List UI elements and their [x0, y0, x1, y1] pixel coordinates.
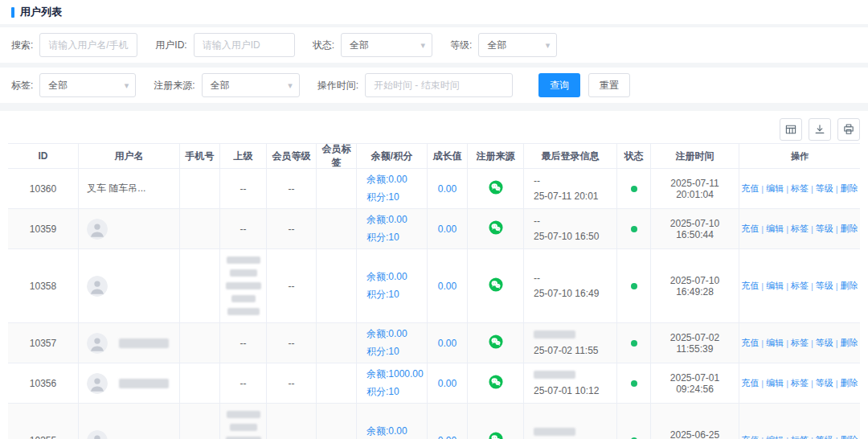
action-link[interactable]: 充值: [741, 434, 759, 439]
table-columns-button[interactable]: [780, 118, 802, 141]
balance: 余额:0.00: [366, 327, 407, 341]
action-separator: |: [761, 224, 764, 234]
upline: --: [240, 183, 247, 195]
username: 叉车 随车吊...: [87, 182, 145, 195]
action-link[interactable]: 编辑: [766, 337, 784, 349]
action-separator: |: [836, 224, 838, 234]
action-link[interactable]: 等级: [816, 337, 833, 349]
action-link[interactable]: 删除: [841, 223, 858, 235]
print-icon: [842, 123, 855, 136]
action-link[interactable]: 编辑: [766, 183, 784, 195]
action-link[interactable]: 编辑: [766, 223, 784, 235]
action-separator: |: [836, 281, 838, 291]
print-button[interactable]: [837, 118, 860, 141]
action-separator: |: [811, 338, 813, 348]
header-cell-actions: 操作: [739, 144, 860, 168]
action-link[interactable]: 删除: [841, 183, 858, 195]
masked-upline: [226, 256, 261, 315]
growth-value: 0.00: [438, 435, 457, 439]
masked-upline: [226, 411, 261, 439]
query-button[interactable]: 查询: [538, 73, 580, 97]
action-link[interactable]: 等级: [816, 183, 833, 195]
row-actions: 充值|编辑|标签|等级|删除: [739, 323, 860, 363]
action-separator: |: [761, 281, 764, 291]
action-link[interactable]: 充值: [741, 223, 759, 235]
masked-username: [119, 338, 169, 348]
table-row: 10359 -- -- 余额:0.00 积分:10 0.00: [8, 209, 860, 249]
action-link[interactable]: 标签: [791, 377, 809, 389]
reg-source-select[interactable]: 全部 ▾: [202, 73, 300, 97]
action-link[interactable]: 删除: [841, 337, 858, 349]
action-link[interactable]: 等级: [816, 223, 833, 235]
reg-source-label: 注册来源:: [154, 79, 194, 92]
points: 积分:10: [366, 385, 399, 399]
reg-source-select-value: 全部: [211, 79, 230, 92]
action-separator: |: [811, 379, 813, 388]
table-toolbar: [8, 116, 860, 143]
status-dot: [631, 226, 637, 232]
filter-row-1: 搜索: 用户ID: 状态: 全部 ▾ 等级: 全部 ▾: [0, 27, 868, 63]
action-link[interactable]: 标签: [791, 337, 809, 349]
page-header: 用户列表: [0, 0, 868, 24]
action-separator: |: [761, 338, 764, 348]
last-login-line1-wrap: [534, 427, 575, 438]
action-link[interactable]: 等级: [816, 280, 833, 292]
action-separator: |: [786, 184, 788, 194]
default-avatar-icon: [87, 276, 108, 297]
action-link[interactable]: 编辑: [766, 434, 784, 439]
growth-value: 0.00: [438, 224, 457, 235]
time-label: 操作时间:: [317, 79, 358, 92]
action-separator: |: [811, 184, 813, 194]
upline: --: [240, 338, 247, 349]
member-level: --: [289, 281, 295, 292]
balance: 余额:0.00: [366, 213, 407, 227]
action-link[interactable]: 充值: [741, 280, 759, 292]
default-avatar-icon: [87, 373, 108, 394]
action-link[interactable]: 编辑: [766, 377, 784, 389]
action-link[interactable]: 等级: [816, 434, 833, 439]
action-link[interactable]: 标签: [791, 183, 809, 195]
table-row: 10357 -- -- 余额:0.00 积分:10 0.00: [8, 323, 860, 363]
balance: 余额:1000.00: [366, 367, 424, 381]
table-header-row: ID 用户名 手机号 上级 会员等级 会员标签 余额/积分 成长值 注册来源 最…: [8, 143, 860, 169]
status-dot: [631, 186, 637, 192]
points: 积分:10: [366, 231, 399, 244]
action-separator: |: [811, 281, 813, 291]
growth-value: 0.00: [438, 378, 457, 389]
filter-row-2: 标签: 全部 ▾ 注册来源: 全部 ▾ 操作时间: 查询 重置: [0, 68, 868, 103]
header-cell-status: 状态: [617, 144, 651, 168]
avatar: [87, 373, 108, 394]
action-link[interactable]: 充值: [741, 377, 759, 389]
action-link[interactable]: 标签: [791, 434, 809, 439]
export-button[interactable]: [809, 118, 831, 141]
time-range-input[interactable]: [365, 73, 513, 97]
action-link[interactable]: 充值: [741, 183, 759, 195]
last-login-line2: 25-07-02 11:55: [534, 345, 599, 356]
balance: 余额:0.00: [366, 425, 407, 438]
tag-label: 标签:: [11, 79, 33, 92]
search-input[interactable]: [39, 33, 137, 57]
status-select-value: 全部: [350, 39, 369, 52]
action-link[interactable]: 删除: [841, 280, 858, 292]
chevron-down-icon: ▾: [288, 81, 293, 90]
action-separator: |: [786, 379, 788, 388]
growth-value: 0.00: [438, 281, 457, 292]
action-link[interactable]: 删除: [841, 434, 858, 439]
user-id-input[interactable]: [194, 33, 295, 57]
default-avatar-icon: [87, 333, 108, 354]
level-select[interactable]: 全部 ▾: [478, 33, 557, 57]
action-link[interactable]: 标签: [791, 223, 809, 235]
action-link[interactable]: 删除: [841, 377, 858, 389]
points: 积分:10: [366, 345, 399, 359]
action-link[interactable]: 编辑: [766, 280, 784, 292]
action-link[interactable]: 等级: [816, 377, 833, 389]
register-time: 2025-07-10 16:50:44: [653, 218, 737, 240]
row-actions: 充值|编辑|标签|等级|删除: [739, 249, 860, 322]
status-select[interactable]: 全部 ▾: [341, 33, 432, 57]
upline: --: [240, 378, 247, 389]
action-link[interactable]: 标签: [791, 280, 809, 292]
table-columns-icon: [784, 123, 797, 136]
tag-select[interactable]: 全部 ▾: [39, 73, 136, 97]
reset-button[interactable]: 重置: [588, 73, 630, 97]
action-link[interactable]: 充值: [741, 337, 759, 349]
